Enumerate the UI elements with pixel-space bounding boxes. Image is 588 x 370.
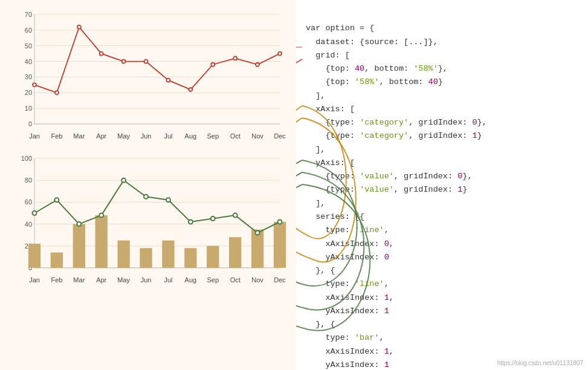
watermark: https://blog.csdn.net/u01131807: [497, 360, 583, 366]
code-block: var option = { dataset: {source: [...]},…: [306, 8, 578, 370]
bottom-chart-container: [9, 150, 287, 289]
left-panel: [0, 0, 296, 370]
top-chart: [9, 6, 287, 142]
right-panel: var option = { dataset: {source: [...]},…: [296, 0, 588, 370]
bottom-chart: [9, 150, 287, 286]
top-chart-container: [9, 6, 287, 145]
